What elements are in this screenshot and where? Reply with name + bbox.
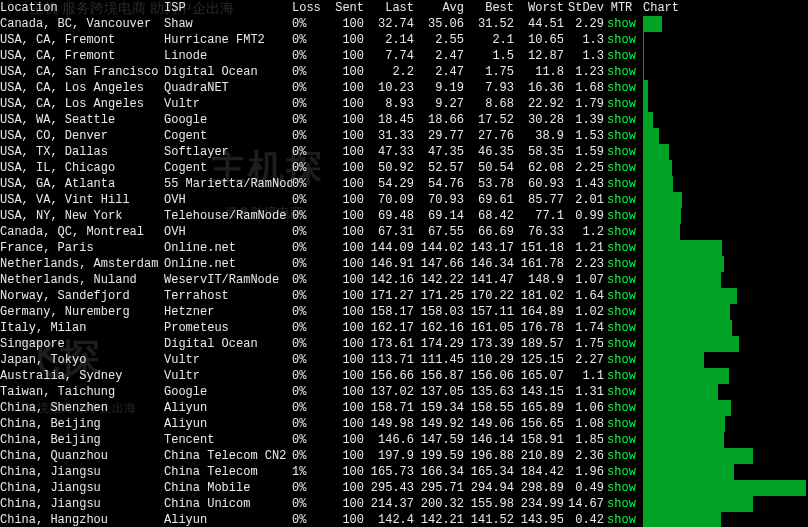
mtr-link[interactable]: show (604, 480, 639, 496)
cell-isp: Aliyun (164, 400, 292, 416)
cell-worst: 148.9 (514, 272, 564, 288)
cell-location: USA, CA, San Francisco (0, 64, 164, 80)
cell-isp: QuadraNET (164, 80, 292, 96)
cell-last: 70.09 (364, 192, 414, 208)
mtr-link[interactable]: show (604, 336, 639, 352)
col-loss: Loss (292, 0, 330, 16)
mtr-link[interactable]: show (604, 96, 639, 112)
table-row: USA, VA, Vint HillOVH0%10070.0970.9369.6… (0, 192, 808, 208)
cell-best: 157.11 (464, 304, 514, 320)
table-row: USA, TX, DallasSoftlayer0%10047.3347.354… (0, 144, 808, 160)
cell-best: 161.05 (464, 320, 514, 336)
mtr-link[interactable]: show (604, 192, 639, 208)
cell-avg: 159.34 (414, 400, 464, 416)
mtr-link[interactable]: show (604, 48, 639, 64)
cell-isp: Digital Ocean (164, 64, 292, 80)
cell-sent: 100 (330, 448, 364, 464)
col-location: Location (0, 0, 164, 16)
cell-loss: 0% (292, 240, 330, 256)
cell-location: France, Paris (0, 240, 164, 256)
mtr-link[interactable]: show (604, 144, 639, 160)
cell-sent: 100 (330, 368, 364, 384)
latency-bar (643, 448, 808, 464)
mtr-link[interactable]: show (604, 464, 639, 480)
cell-worst: 298.89 (514, 480, 564, 496)
mtr-link[interactable]: show (604, 208, 639, 224)
cell-avg: 174.29 (414, 336, 464, 352)
mtr-link[interactable]: show (604, 304, 639, 320)
mtr-link[interactable]: show (604, 288, 639, 304)
latency-bar (643, 368, 808, 384)
mtr-link[interactable]: show (604, 80, 639, 96)
table-row: Canada, BC, VancouverShaw0%10032.7435.06… (0, 16, 808, 32)
cell-worst: 158.91 (514, 432, 564, 448)
cell-last: 2.14 (364, 32, 414, 48)
mtr-link[interactable]: show (604, 272, 639, 288)
cell-loss: 0% (292, 336, 330, 352)
latency-bar (643, 496, 808, 512)
cell-isp: China Unicom (164, 496, 292, 512)
mtr-link[interactable]: show (604, 256, 639, 272)
cell-isp: Online.net (164, 240, 292, 256)
mtr-link[interactable]: show (604, 32, 639, 48)
cell-worst: 151.18 (514, 240, 564, 256)
mtr-link[interactable]: show (604, 416, 639, 432)
cell-last: 32.74 (364, 16, 414, 32)
cell-last: 171.27 (364, 288, 414, 304)
mtr-link[interactable]: show (604, 496, 639, 512)
cell-worst: 44.51 (514, 16, 564, 32)
mtr-link[interactable]: show (604, 352, 639, 368)
mtr-link[interactable]: show (604, 320, 639, 336)
cell-isp: Tencent (164, 432, 292, 448)
cell-worst: 10.65 (514, 32, 564, 48)
cell-isp: Vultr (164, 368, 292, 384)
mtr-link[interactable]: show (604, 432, 639, 448)
cell-stdev: 2.25 (564, 160, 604, 176)
cell-last: 142.16 (364, 272, 414, 288)
latency-bar (643, 336, 808, 352)
cell-sent: 100 (330, 144, 364, 160)
mtr-link[interactable]: show (604, 240, 639, 256)
cell-best: 68.42 (464, 208, 514, 224)
cell-avg: 9.27 (414, 96, 464, 112)
col-isp: ISP (164, 0, 292, 16)
cell-worst: 184.42 (514, 464, 564, 480)
latency-bar (643, 512, 808, 527)
cell-stdev: 1.96 (564, 464, 604, 480)
cell-best: 173.39 (464, 336, 514, 352)
cell-loss: 0% (292, 432, 330, 448)
cell-location: Singapore (0, 336, 164, 352)
table-row: China, BeijingAliyun0%100149.98149.92149… (0, 416, 808, 432)
table-row: Australia, SydneyVultr0%100156.66156.871… (0, 368, 808, 384)
mtr-link[interactable]: show (604, 176, 639, 192)
mtr-link[interactable]: show (604, 16, 639, 32)
cell-last: 146.6 (364, 432, 414, 448)
mtr-link[interactable]: show (604, 224, 639, 240)
cell-worst: 181.02 (514, 288, 564, 304)
mtr-link[interactable]: show (604, 112, 639, 128)
cell-loss: 0% (292, 16, 330, 32)
mtr-link[interactable]: show (604, 512, 639, 527)
cell-best: 8.68 (464, 96, 514, 112)
mtr-link[interactable]: show (604, 400, 639, 416)
cell-last: 2.2 (364, 64, 414, 80)
cell-stdev: 1.1 (564, 368, 604, 384)
mtr-link[interactable]: show (604, 128, 639, 144)
mtr-link[interactable]: show (604, 448, 639, 464)
cell-location: Italy, Milan (0, 320, 164, 336)
table-row: China, HangzhouAliyun0%100142.4142.21141… (0, 512, 808, 527)
latency-bar (643, 48, 808, 64)
mtr-link[interactable]: show (604, 368, 639, 384)
cell-stdev: 1.53 (564, 128, 604, 144)
mtr-link[interactable]: show (604, 384, 639, 400)
mtr-link[interactable]: show (604, 64, 639, 80)
cell-loss: 0% (292, 416, 330, 432)
mtr-link[interactable]: show (604, 160, 639, 176)
table-row: USA, IL, ChicagoCogent0%10050.9252.5750.… (0, 160, 808, 176)
cell-worst: 189.57 (514, 336, 564, 352)
cell-loss: 0% (292, 80, 330, 96)
cell-location: Taiwan, Taichung (0, 384, 164, 400)
cell-stdev: 0.49 (564, 480, 604, 496)
cell-loss: 0% (292, 320, 330, 336)
cell-best: 155.98 (464, 496, 514, 512)
